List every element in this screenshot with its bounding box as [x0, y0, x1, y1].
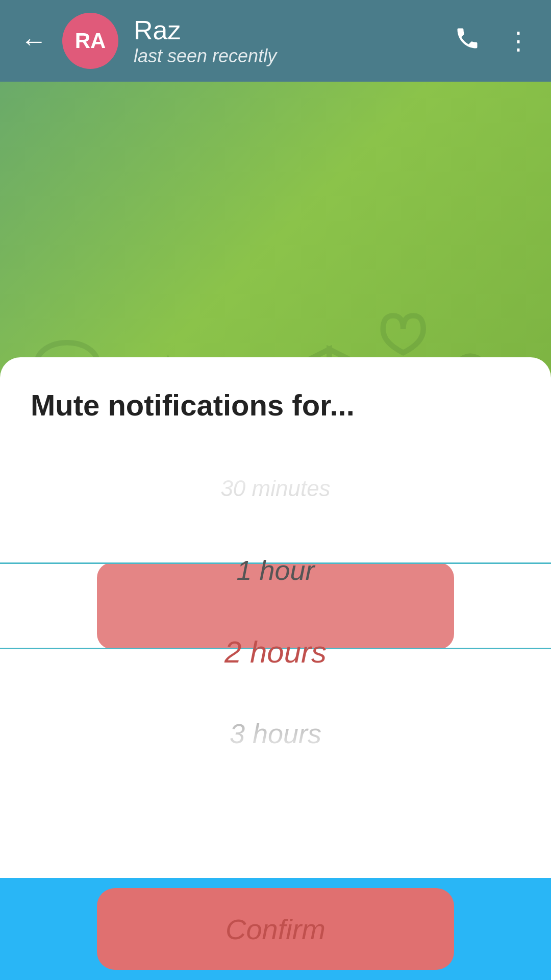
confirm-button[interactable]: Confirm: [97, 888, 454, 970]
picker-item-3hours[interactable]: 3 hours: [0, 693, 551, 764]
contact-info: Raz last seen recently: [134, 15, 454, 67]
picker-item-30min[interactable]: 30 minutes: [0, 448, 551, 529]
confirm-button-label: Confirm: [226, 913, 325, 946]
contact-status: last seen recently: [134, 45, 454, 67]
contact-name: Raz: [134, 15, 454, 45]
header-actions: ⋮: [454, 25, 531, 57]
picker-item-2hours[interactable]: 2 hours: [0, 611, 551, 693]
picker-item-1hour[interactable]: 1 hour: [0, 529, 551, 611]
chat-header: ← RA Raz last seen recently ⋮: [0, 0, 551, 82]
avatar: RA: [62, 13, 118, 69]
phone-icon[interactable]: [454, 25, 481, 57]
dialog-title: Mute notifications for...: [0, 388, 551, 448]
back-button[interactable]: ←: [20, 26, 47, 56]
confirm-area: Confirm: [0, 878, 551, 980]
duration-picker[interactable]: 30 minutes 1 hour 2 hours 3 hours 8 hour…: [0, 448, 551, 764]
more-options-icon[interactable]: ⋮: [506, 27, 531, 55]
picker-items-list: 30 minutes 1 hour 2 hours 3 hours 8 hour…: [0, 448, 551, 764]
